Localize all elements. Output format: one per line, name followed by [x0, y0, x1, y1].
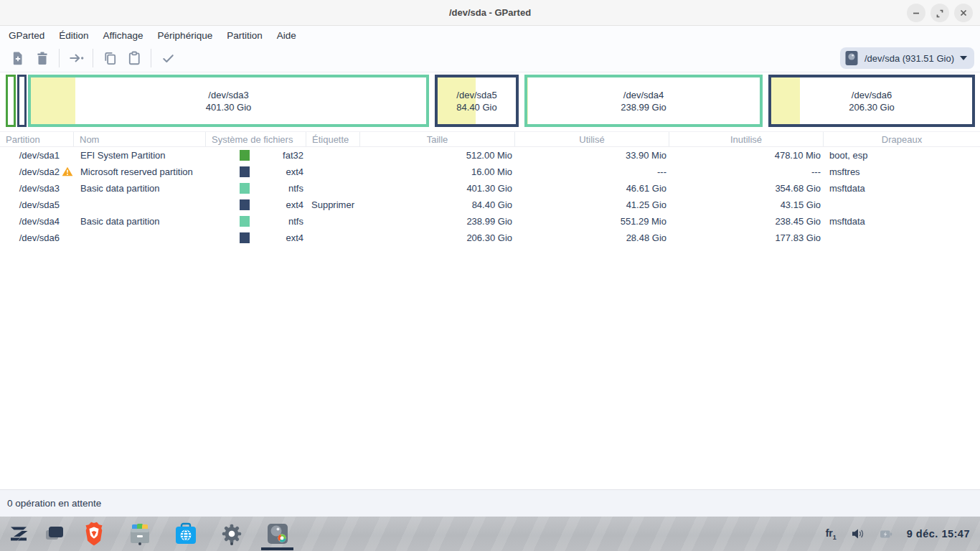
running-indicator: [138, 542, 141, 545]
menu-peripherique[interactable]: Périphérique: [151, 28, 220, 43]
minimize-button[interactable]: [907, 4, 925, 22]
keyboard-layout-indicator[interactable]: fr1: [826, 527, 837, 541]
brave-browser-button[interactable]: [80, 520, 108, 547]
menu-edition[interactable]: Édition: [52, 28, 95, 43]
table-header: Partition Nom Système de fichiers Étique…: [0, 131, 980, 147]
paste-icon: [126, 50, 143, 67]
table-row[interactable]: /dev/sda6 ext4 206.30 Gio 28.48 Gio 177.…: [0, 230, 980, 246]
desktop: /dev/sda - GParted GParted Édition Affic…: [0, 0, 980, 551]
cell-partition: /dev/sda1: [0, 147, 74, 164]
resize-move-button[interactable]: [64, 47, 88, 69]
filesystem-color-swatch: [240, 232, 250, 243]
filesystem-color-swatch: [240, 199, 250, 210]
table-row[interactable]: /dev/sda5 ext4 Supprimer 84.40 Gio 41.25…: [0, 197, 980, 213]
window-titlebar[interactable]: /dev/sda - GParted: [0, 0, 980, 26]
cell-size: 206.30 Gio: [360, 230, 515, 246]
cell-size: 512.00 Mio: [360, 147, 515, 164]
disk-segment-sda5[interactable]: /dev/sda5 84.40 Gio: [435, 75, 519, 127]
disk-segment-device: /dev/sda3: [208, 90, 248, 100]
empty-area: [0, 246, 980, 489]
pending-operations-text: 0 opération en attente: [7, 498, 101, 509]
device-selector-label: /dev/sda (931.51 Gio): [864, 53, 954, 64]
filesystem-color-swatch: [240, 166, 250, 177]
cell-unused: 43.15 Gio: [669, 197, 824, 213]
cell-flags: msftres: [824, 164, 980, 180]
cell-label: [306, 230, 360, 246]
disk-segment-size: 84.40 Gio: [456, 102, 496, 113]
cell-flags: boot, esp: [824, 147, 980, 164]
window-title: /dev/sda - GParted: [0, 0, 980, 26]
cell-label: Supprimer: [306, 197, 360, 213]
cell-flags: msftdata: [824, 213, 980, 230]
toolbar: /dev/sda (931.51 Gio): [0, 44, 980, 72]
table-row[interactable]: /dev/sda1 EFI System Partition fat32 512…: [0, 147, 980, 164]
clock[interactable]: 9 déc. 15:47: [907, 528, 970, 540]
workspaces-button[interactable]: [41, 520, 68, 547]
paste-button[interactable]: [122, 47, 146, 69]
settings-button[interactable]: [218, 520, 245, 547]
delete-partition-button[interactable]: [30, 47, 55, 69]
col-header-drapeaux[interactable]: Drapeaux: [824, 132, 980, 146]
cell-name: EFI System Partition: [74, 147, 206, 164]
software-store-button[interactable]: [172, 520, 199, 547]
running-indicator: [230, 542, 233, 545]
hard-drive-icon: [844, 50, 859, 66]
restore-button[interactable]: [930, 4, 949, 22]
menu-aide[interactable]: Aide: [270, 28, 303, 43]
battery-icon[interactable]: [880, 528, 892, 540]
filesystem-color-swatch: [240, 216, 250, 227]
col-header-inutilise[interactable]: Inutilisé: [669, 132, 824, 146]
cell-used: 41.25 Gio: [515, 197, 669, 213]
col-header-utilise[interactable]: Utilisé: [515, 132, 669, 146]
copy-button[interactable]: [98, 47, 122, 69]
apply-operations-button[interactable]: [156, 47, 180, 69]
menubar: GParted Édition Affichage Périphérique P…: [0, 26, 980, 44]
apply-check-icon: [160, 50, 176, 67]
files-button[interactable]: [126, 520, 154, 547]
col-header-etiquette[interactable]: Étiquette: [306, 132, 360, 146]
menu-partition[interactable]: Partition: [220, 28, 270, 43]
menu-affichage[interactable]: Affichage: [96, 28, 151, 43]
cell-label: [306, 213, 360, 230]
disk-segment-sda6[interactable]: /dev/sda6 206.30 Gio: [768, 75, 975, 127]
close-button[interactable]: [954, 4, 973, 22]
resize-move-icon: [67, 50, 85, 67]
cell-size: 16.00 Mio: [360, 164, 515, 180]
new-partition-button[interactable]: [6, 47, 30, 69]
gparted-button[interactable]: [264, 520, 291, 547]
cell-size: 238.99 Gio: [360, 213, 515, 230]
cell-partition: /dev/sda5: [0, 197, 74, 213]
warning-icon: [62, 166, 73, 176]
toolbar-separator: [151, 49, 151, 67]
volume-icon[interactable]: [851, 527, 865, 540]
restore-icon: [935, 8, 945, 18]
menu-gparted[interactable]: GParted: [1, 28, 52, 43]
disk-segment-sda2[interactable]: [17, 75, 27, 127]
col-header-systeme[interactable]: Système de fichiers: [206, 132, 306, 146]
delete-partition-icon: [34, 50, 50, 66]
statusbar: 0 opération en attente: [0, 489, 980, 517]
cell-filesystem: ntfs: [206, 213, 306, 230]
cell-label: [306, 164, 360, 180]
cell-name: Microsoft reserved partition: [74, 164, 206, 180]
toolbar-separator: [93, 49, 93, 67]
cell-unused: ---: [669, 164, 824, 180]
col-header-partition[interactable]: Partition: [0, 132, 74, 146]
new-partition-icon: [10, 50, 26, 66]
cell-used: ---: [515, 164, 669, 180]
zorin-menu-button[interactable]: [5, 520, 32, 547]
table-row[interactable]: /dev/sda3 Basic data partition ntfs 401.…: [0, 180, 980, 197]
table-row[interactable]: /dev/sda2 Microsoft reserved partition e…: [0, 164, 980, 180]
disk-segment-sda3[interactable]: /dev/sda3 401.30 Gio: [28, 75, 429, 127]
close-icon: [958, 8, 969, 18]
copy-icon: [102, 50, 118, 67]
disk-segment-sda4[interactable]: /dev/sda4 238.99 Gio: [524, 75, 763, 127]
col-header-nom[interactable]: Nom: [74, 132, 206, 146]
zorin-menu-icon: [6, 522, 31, 546]
table-row[interactable]: /dev/sda4 Basic data partition ntfs 238.…: [0, 213, 980, 230]
active-app-indicator: [261, 547, 293, 550]
minimize-icon: [911, 8, 921, 18]
disk-segment-sda1[interactable]: [6, 75, 16, 127]
col-header-taille[interactable]: Taille: [360, 132, 515, 146]
device-selector[interactable]: /dev/sda (931.51 Gio): [840, 47, 974, 69]
